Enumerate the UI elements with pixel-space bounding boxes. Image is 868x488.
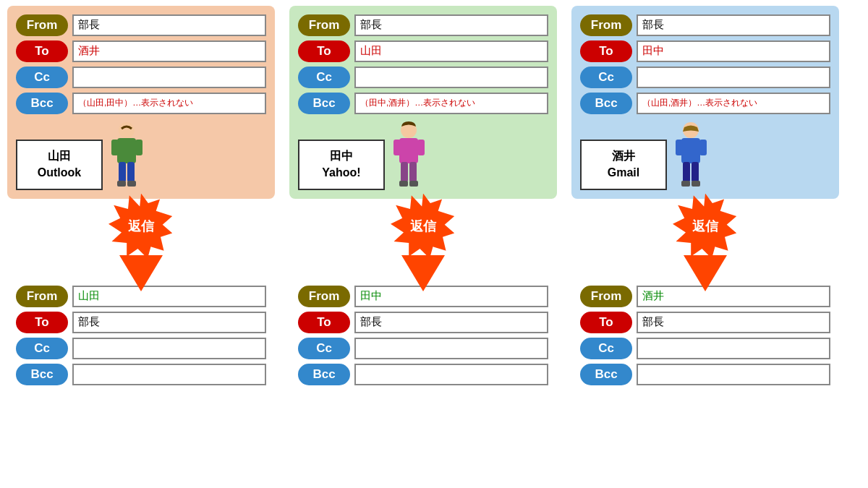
- email-row-cc: Cc: [16, 338, 266, 359]
- input-cc: [72, 67, 266, 88]
- badge-to: To: [298, 312, 350, 333]
- svg-rect-18: [676, 140, 683, 155]
- input-from: 部長: [72, 14, 266, 36]
- svg-rect-12: [401, 162, 408, 182]
- email-row-from: From 部長: [298, 14, 548, 36]
- badge-to: To: [298, 40, 350, 62]
- top-row: From 部長 To 酒井 Cc Bcc （山田,田中）…表示されない: [7, 6, 861, 212]
- email-row-bcc: Bcc: [16, 364, 266, 385]
- badge-to: To: [16, 40, 68, 62]
- input-to: 部長: [637, 312, 830, 333]
- badge-from: From: [580, 14, 632, 36]
- email-row-cc: Cc: [298, 67, 548, 88]
- email-row-from: From 部長: [16, 14, 266, 36]
- badge-bcc: Bcc: [16, 364, 68, 385]
- svg-rect-7: [127, 181, 136, 187]
- email-row-cc: Cc: [16, 67, 266, 88]
- arrow-row: 返信 返信 返信: [7, 212, 861, 277]
- svg-rect-21: [692, 162, 699, 182]
- email-row-to: To 部長: [580, 312, 830, 333]
- main-container: From 部長 To 酒井 Cc Bcc （山田,田中）…表示されない: [7, 6, 861, 483]
- svg-point-0: [119, 122, 135, 138]
- reply-arrow-1: 返信: [109, 194, 174, 295]
- input-to: 酒井: [72, 40, 266, 62]
- email-row-to: To 部長: [298, 312, 548, 333]
- badge-to: To: [16, 312, 68, 333]
- svg-rect-2: [111, 140, 119, 155]
- starburst-1: 返信: [109, 194, 174, 259]
- svg-rect-14: [399, 181, 408, 187]
- input-bcc: [354, 364, 548, 385]
- arrow-container-2: 返信: [289, 194, 557, 295]
- char-area-3: 酒井 Gmail: [580, 121, 830, 190]
- email-row-bcc: Bcc （田中,酒井）…表示されない: [298, 93, 548, 114]
- input-to: 田中: [637, 40, 830, 62]
- email-row-to: To 山田: [298, 40, 548, 62]
- character-1: [107, 121, 147, 190]
- svg-rect-22: [681, 181, 690, 187]
- svg-rect-3: [135, 140, 142, 155]
- input-bcc: [637, 364, 830, 385]
- down-arrow-3: [684, 255, 727, 291]
- bottom-row: From 山田 To 部長 Cc Bcc: [7, 277, 861, 483]
- down-arrow-1: [119, 255, 163, 291]
- svg-rect-11: [417, 140, 425, 155]
- input-bcc: （山田,田中）…表示されない: [72, 93, 266, 114]
- top-panel-1: From 部長 To 酒井 Cc Bcc （山田,田中）…表示されない: [7, 6, 275, 199]
- email-row-bcc: Bcc: [580, 364, 830, 385]
- input-cc: [72, 338, 266, 359]
- input-cc: [637, 67, 830, 88]
- badge-cc: Cc: [16, 67, 68, 88]
- input-to: 部長: [354, 312, 548, 333]
- email-row-from: From 部長: [580, 14, 830, 36]
- down-arrow-2: [401, 255, 445, 291]
- email-row-bcc: Bcc （山田,田中）…表示されない: [16, 93, 266, 114]
- email-row-to: To 田中: [580, 40, 830, 62]
- input-cc: [354, 67, 548, 88]
- arrow-container-3: 返信: [571, 194, 839, 295]
- input-from: 部長: [637, 14, 830, 36]
- character-3: [671, 121, 711, 190]
- email-row-cc: Cc: [298, 338, 548, 359]
- svg-rect-13: [409, 162, 417, 182]
- input-bcc: [72, 364, 266, 385]
- svg-rect-5: [127, 162, 135, 182]
- email-row-to: To 酒井: [16, 40, 266, 62]
- badge-cc: Cc: [298, 338, 350, 359]
- email-row-cc: Cc: [580, 67, 830, 88]
- email-row-to: To 部長: [16, 312, 266, 333]
- starburst-3: 返信: [673, 194, 738, 259]
- badge-cc: Cc: [580, 67, 632, 88]
- reply-label-2: 返信: [410, 218, 436, 235]
- svg-rect-15: [409, 181, 418, 187]
- svg-rect-20: [683, 162, 690, 182]
- reply-arrow-2: 返信: [391, 194, 456, 295]
- svg-rect-1: [117, 138, 136, 163]
- input-cc: [354, 338, 548, 359]
- input-cc: [637, 338, 830, 359]
- badge-from: From: [298, 14, 350, 36]
- badge-cc: Cc: [298, 67, 350, 88]
- svg-rect-23: [692, 181, 700, 187]
- arrow-container-1: 返信: [7, 194, 275, 295]
- character-2: [389, 121, 429, 190]
- email-row-cc: Cc: [580, 338, 830, 359]
- badge-to: To: [580, 312, 632, 333]
- info-box-2: 田中 Yahoo!: [298, 140, 385, 190]
- info-box-3: 酒井 Gmail: [580, 140, 667, 190]
- input-to: 山田: [354, 40, 548, 62]
- svg-rect-9: [399, 138, 418, 163]
- svg-rect-4: [119, 162, 126, 182]
- badge-bcc: Bcc: [298, 364, 350, 385]
- email-row-bcc: Bcc: [298, 364, 548, 385]
- badge-bcc: Bcc: [580, 93, 632, 114]
- char-area-2: 田中 Yahoo!: [298, 121, 548, 190]
- badge-cc: Cc: [16, 338, 68, 359]
- badge-bcc: Bcc: [580, 364, 632, 385]
- char-area-1: 山田 Outlook: [16, 121, 266, 190]
- svg-rect-6: [117, 181, 126, 187]
- info-box-1: 山田 Outlook: [16, 140, 103, 190]
- reply-label-3: 返信: [692, 218, 718, 235]
- badge-cc: Cc: [580, 338, 632, 359]
- email-row-bcc: Bcc （山田,酒井）…表示されない: [580, 93, 830, 114]
